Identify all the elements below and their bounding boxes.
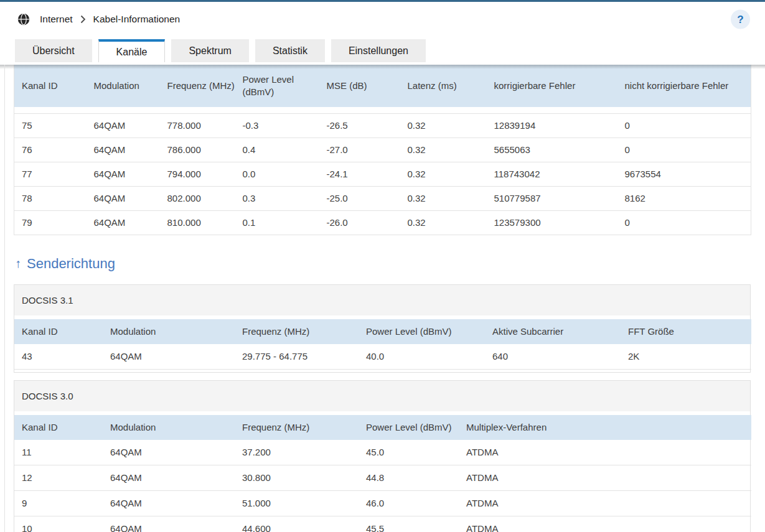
column-header: korrigierbare Fehler: [487, 65, 617, 107]
table-cell: 45.5: [359, 516, 459, 532]
column-header: Kanal ID: [14, 65, 87, 107]
table-cell: 29.775 - 64.775: [235, 344, 359, 370]
table-row: 7564QAM778.000-0.3-26.50.32128391940: [14, 113, 751, 138]
table-cell: 0: [617, 113, 751, 138]
table-cell: 64QAM: [87, 113, 160, 138]
table-cell: 64QAM: [103, 465, 235, 490]
column-header: FFT Größe: [621, 319, 751, 344]
up-arrow-icon: ↑: [15, 256, 21, 271]
table-cell: ATDMA: [459, 516, 751, 532]
table-cell: 64QAM: [87, 162, 160, 186]
table-cell: ATDMA: [459, 465, 751, 490]
page-header: Internet Kabel-Informationen ?: [0, 2, 765, 37]
downstream-channels-table: Kanal IDModulationFrequenz (MHz)Power Le…: [14, 65, 751, 235]
table-row: 7864QAM802.0000.3-25.00.325107795878162: [14, 186, 751, 210]
tab-einstellungen[interactable]: Einstellungen: [331, 39, 426, 62]
column-header: Frequenz (MHz): [160, 65, 235, 107]
docsis30-table: Kanal IDModulationFrequenz (MHz)Power Le…: [14, 415, 750, 532]
column-header: Multiplex-Verfahren: [459, 415, 751, 440]
table-cell: 45.0: [359, 440, 459, 465]
docsis30-title: DOCSIS 3.0: [14, 381, 750, 411]
table-row: 1064QAM44.60045.5ATDMA: [14, 516, 751, 532]
table-cell: 44.600: [235, 516, 359, 532]
breadcrumb-section[interactable]: Internet: [40, 14, 73, 25]
table-cell: ATDMA: [459, 490, 751, 516]
table-cell: 40.0: [359, 344, 485, 370]
column-header: nicht korrigierbare Fehler: [617, 65, 751, 107]
partial-scrolled-row: [14, 107, 751, 113]
table-cell: 46.0: [359, 490, 459, 516]
table-cell: 51.000: [235, 490, 359, 516]
docsis31-panel: DOCSIS 3.1 Kanal IDModulationFrequenz (M…: [14, 284, 751, 373]
table-cell: 64QAM: [103, 516, 235, 532]
table-cell: 9: [14, 490, 103, 516]
table-cell: -26.5: [319, 113, 400, 138]
breadcrumb-chevron-icon: [80, 15, 86, 24]
table-cell: 778.000: [160, 113, 235, 138]
table-cell: -26.0: [319, 210, 400, 235]
table-cell: 118743042: [487, 162, 617, 186]
table-row: 964QAM51.00046.0ATDMA: [14, 490, 751, 516]
table-cell: 0.4: [235, 138, 319, 162]
table-row: 1264QAM30.80044.8ATDMA: [14, 465, 751, 490]
column-header: Modulation: [87, 65, 160, 107]
table-cell: 786.000: [160, 138, 235, 162]
tab-statistik[interactable]: Statistik: [255, 39, 325, 62]
table-cell: 640: [485, 344, 621, 370]
table-cell: 0.0: [235, 162, 319, 186]
data-table: Kanal IDModulationFrequenz (MHz)Power Le…: [14, 415, 751, 532]
column-header: Power Level (dBmV): [359, 415, 459, 440]
table-cell: 12839194: [487, 113, 617, 138]
column-header: Modulation: [103, 415, 235, 440]
data-table: Kanal IDModulationFrequenz (MHz)Power Le…: [14, 65, 751, 235]
table-row: 1164QAM37.20045.0ATDMA: [14, 440, 751, 465]
tab-kanaele[interactable]: Kanäle: [98, 39, 166, 62]
column-header: Aktive Subcarrier: [485, 319, 621, 344]
table-cell: 0.32: [400, 186, 487, 210]
table-header-row: Kanal IDModulationFrequenz (MHz)Power Le…: [14, 319, 751, 344]
table-row: 7764QAM794.0000.0-24.10.3211874304296735…: [14, 162, 751, 186]
upstream-section-heading: ↑ Senderichtung: [15, 256, 751, 272]
table-cell: 802.000: [160, 186, 235, 210]
table-header-row: Kanal IDModulationFrequenz (MHz)Power Le…: [14, 415, 751, 440]
column-header: Frequenz (MHz): [235, 415, 359, 440]
data-table: Kanal IDModulationFrequenz (MHz)Power Le…: [14, 319, 751, 370]
table-cell: 10: [14, 516, 103, 532]
column-header: MSE (dB): [319, 65, 400, 107]
column-header: Kanal ID: [14, 415, 103, 440]
help-button[interactable]: ?: [731, 10, 750, 29]
table-cell: 79: [14, 210, 87, 235]
column-header: Power Level (dBmV): [235, 65, 319, 107]
table-cell: 2K: [621, 344, 751, 370]
table-cell: 76: [14, 138, 87, 162]
table-cell: 44.8: [359, 465, 459, 490]
table-cell: -27.0: [319, 138, 400, 162]
table-cell: 78: [14, 186, 87, 210]
table-cell: 123579300: [487, 210, 617, 235]
table-cell: 30.800: [235, 465, 359, 490]
docsis30-panel: DOCSIS 3.0 Kanal IDModulationFrequenz (M…: [14, 380, 751, 532]
table-cell: 0: [617, 210, 751, 235]
table-row: 4364QAM29.775 - 64.77540.06402K: [14, 344, 751, 370]
table-cell: 8162: [617, 186, 751, 210]
column-header: Kanal ID: [14, 319, 103, 344]
table-cell: -25.0: [319, 186, 400, 210]
table-cell: 0.3: [235, 186, 319, 210]
breadcrumb-current: Kabel-Informationen: [93, 14, 181, 25]
table-cell: ATDMA: [459, 440, 751, 465]
table-cell: 64QAM: [103, 490, 235, 516]
table-cell: 0: [617, 138, 751, 162]
table-cell: 64QAM: [87, 186, 160, 210]
column-header: Frequenz (MHz): [235, 319, 359, 344]
table-cell: 64QAM: [87, 210, 160, 235]
docsis31-table: Kanal IDModulationFrequenz (MHz)Power Le…: [14, 319, 750, 370]
column-header: Modulation: [103, 319, 235, 344]
tab-spektrum[interactable]: Spektrum: [171, 39, 248, 62]
tab-uebersicht[interactable]: Übersicht: [15, 39, 92, 62]
table-header-row: Kanal IDModulationFrequenz (MHz)Power Le…: [14, 65, 751, 107]
table-cell: 77: [14, 162, 87, 186]
table-cell: 9673554: [617, 162, 751, 186]
table-cell: -0.3: [235, 113, 319, 138]
column-header: Power Level (dBmV): [359, 319, 485, 344]
table-cell: 0.1: [235, 210, 319, 235]
